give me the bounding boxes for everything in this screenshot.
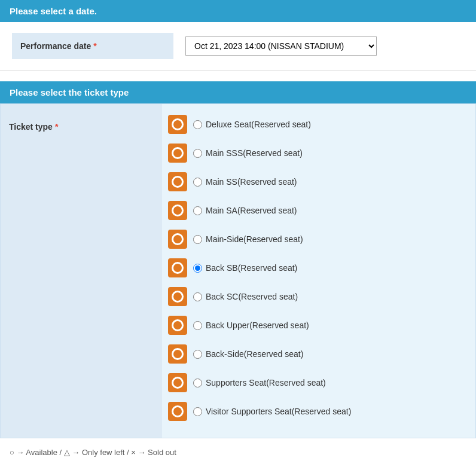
list-item: Main SSS(Reserved seat) [168, 139, 469, 167]
performance-date-select[interactable]: Oct 21, 2023 14:00 (NISSAN STADIUM) [185, 36, 377, 56]
date-section-header: Please select a date. [0, 0, 476, 22]
radio-visitor-supporters[interactable] [193, 407, 202, 416]
ticket-option-back-side[interactable]: Back-Side(Reserved seat) [193, 349, 303, 359]
performance-date-label: Performance date* [12, 33, 173, 59]
ticket-icon-deluxe [168, 115, 187, 134]
ticket-option-main-sss[interactable]: Main SSS(Reserved seat) [193, 148, 303, 158]
list-item: Main SS(Reserved seat) [168, 167, 469, 196]
ticket-option-main-side[interactable]: Main-Side(Reserved seat) [193, 234, 303, 244]
radio-main-side[interactable] [193, 235, 202, 244]
radio-deluxe[interactable] [193, 120, 202, 129]
ticket-type-label-cell: Ticket type* [1, 104, 162, 438]
ticket-icon-main-ss [168, 172, 187, 191]
ticket-icon-back-sc [168, 287, 187, 306]
ticket-icon-back-upper [168, 316, 187, 335]
list-item: Visitor Supporters Seat(Reserved seat) [168, 397, 469, 426]
ticket-option-deluxe[interactable]: Deluxe Seat(Reserved seat) [193, 120, 311, 129]
ticket-icon-main-sss [168, 144, 187, 163]
ticket-icon-back-sb [168, 258, 187, 277]
ticket-options-cell: Deluxe Seat(Reserved seat) Main SSS(Rese… [162, 104, 475, 438]
ticket-icon-visitor-supporters [168, 402, 187, 421]
date-section: Please select a date. Performance date* … [0, 0, 476, 71]
ticket-icon-main-sa [168, 201, 187, 220]
ticket-icon-back-side [168, 344, 187, 364]
radio-supporters[interactable] [193, 379, 202, 387]
page-wrapper: Please select a date. Performance date* … [0, 0, 476, 470]
ticket-option-back-sb[interactable]: Back SB(Reserved seat) [193, 263, 297, 273]
ticket-option-supporters[interactable]: Supporters Seat(Reserved seat) [193, 378, 326, 387]
ticket-option-visitor-supporters[interactable]: Visitor Supporters Seat(Reserved seat) [193, 407, 351, 416]
ticket-section: Please select the ticket type Ticket typ… [0, 81, 476, 438]
ticket-icon-supporters [168, 373, 187, 392]
date-select-wrapper: Oct 21, 2023 14:00 (NISSAN STADIUM) [173, 36, 464, 56]
ticket-option-back-sc[interactable]: Back SC(Reserved seat) [193, 292, 298, 301]
ticket-option-main-ss[interactable]: Main SS(Reserved seat) [193, 177, 297, 187]
list-item: Back SB(Reserved seat) [168, 254, 469, 282]
radio-main-sss[interactable] [193, 149, 202, 158]
ticket-body: Ticket type* Deluxe Seat(Reserved seat) … [0, 103, 476, 438]
list-item: Main-Side(Reserved seat) [168, 225, 469, 254]
radio-back-sc[interactable] [193, 292, 202, 301]
list-item: Deluxe Seat(Reserved seat) [168, 110, 469, 139]
list-item: Back Upper(Reserved seat) [168, 311, 469, 340]
list-item: Back SC(Reserved seat) [168, 282, 469, 311]
ticket-icon-main-side [168, 230, 187, 249]
radio-main-sa[interactable] [193, 206, 202, 215]
required-star: * [93, 41, 96, 51]
list-item: Back-Side(Reserved seat) [168, 340, 469, 368]
radio-back-upper[interactable] [193, 321, 202, 330]
ticket-option-back-upper[interactable]: Back Upper(Reserved seat) [193, 321, 309, 330]
legend: ○ → Available / △ → Only few left / × → … [0, 442, 476, 463]
ticket-required-star: * [55, 122, 58, 132]
radio-back-side[interactable] [193, 350, 202, 359]
list-item: Main SA(Reserved seat) [168, 196, 469, 225]
date-row: Performance date* Oct 21, 2023 14:00 (NI… [0, 22, 476, 71]
list-item: Supporters Seat(Reserved seat) [168, 368, 469, 397]
radio-back-sb[interactable] [193, 264, 202, 273]
ticket-section-header: Please select the ticket type [0, 81, 476, 103]
ticket-option-main-sa[interactable]: Main SA(Reserved seat) [193, 206, 297, 215]
radio-main-ss[interactable] [193, 178, 202, 187]
